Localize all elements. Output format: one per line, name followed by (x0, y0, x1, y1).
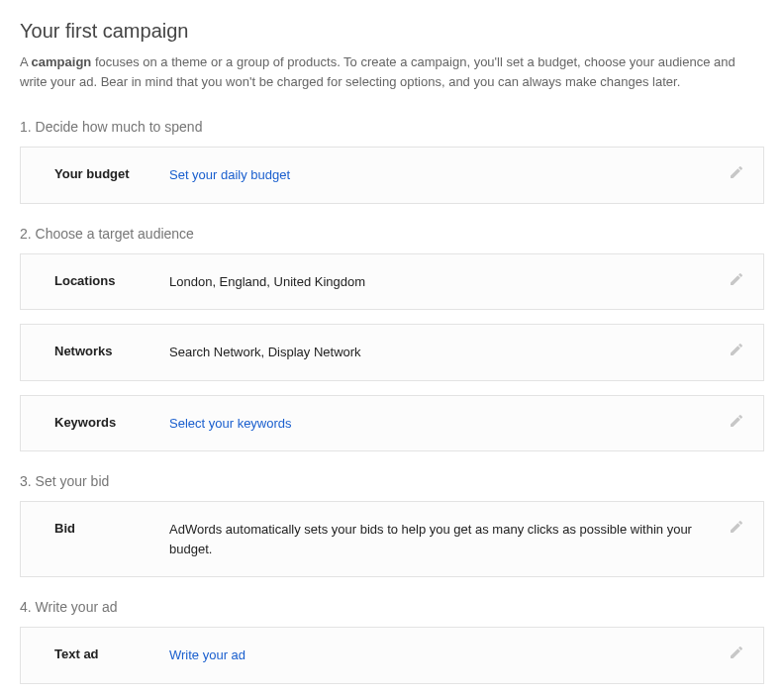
card-textad[interactable]: Text ad Write your ad (20, 627, 764, 684)
card-budget-label: Your budget (54, 165, 169, 181)
edit-budget-button[interactable] (728, 165, 745, 183)
intro-bold: campaign (32, 54, 92, 69)
pencil-icon (729, 342, 744, 361)
card-networks-value: Search Network, Display Network (169, 343, 728, 362)
card-budget-value[interactable]: Set your daily budget (169, 165, 728, 185)
card-bid-label: Bid (54, 520, 169, 536)
pencil-icon (729, 271, 744, 291)
section-heading-bid: 3. Set your bid (20, 473, 764, 489)
section-heading-audience: 2. Choose a target audience (20, 226, 764, 242)
card-budget[interactable]: Your budget Set your daily budget (20, 147, 764, 204)
card-textad-label: Text ad (54, 646, 169, 661)
card-keywords-value[interactable]: Select your keywords (169, 414, 728, 434)
card-textad-value[interactable]: Write your ad (169, 646, 728, 665)
pencil-icon (729, 413, 744, 433)
edit-locations-button[interactable] (728, 272, 745, 290)
section-heading-budget: 1. Decide how much to spend (20, 119, 764, 135)
intro-rest: focuses on a theme or a group of product… (20, 54, 735, 89)
card-bid[interactable]: Bid AdWords automatically sets your bids… (20, 501, 764, 577)
pencil-icon (729, 164, 744, 184)
pencil-icon (729, 645, 744, 664)
card-bid-value: AdWords automatically sets your bids to … (169, 520, 728, 558)
page-title: Your first campaign (20, 20, 764, 43)
edit-keywords-button[interactable] (728, 414, 745, 432)
edit-networks-button[interactable] (728, 343, 745, 360)
edit-textad-button[interactable] (728, 646, 745, 663)
card-locations[interactable]: Locations London, England, United Kingdo… (20, 253, 764, 311)
card-keywords-label: Keywords (54, 414, 169, 430)
intro-text: A campaign focuses on a theme or a group… (20, 52, 752, 91)
card-locations-value: London, England, United Kingdom (169, 272, 728, 292)
edit-bid-button[interactable] (728, 520, 745, 538)
card-networks[interactable]: Networks Search Network, Display Network (20, 324, 764, 381)
card-keywords[interactable]: Keywords Select your keywords (20, 395, 764, 452)
section-heading-ad: 4. Write your ad (20, 599, 764, 615)
intro-prefix: A (20, 54, 32, 69)
card-networks-label: Networks (54, 343, 169, 358)
pencil-icon (729, 519, 744, 539)
card-locations-label: Locations (54, 272, 169, 288)
